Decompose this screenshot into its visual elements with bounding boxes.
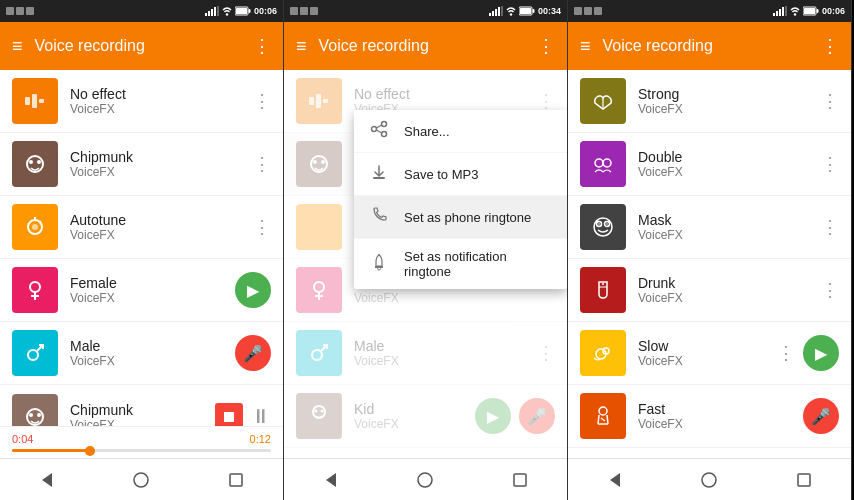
svg-point-29 bbox=[37, 413, 41, 417]
item-title: Female bbox=[70, 275, 235, 291]
list-item[interactable]: Male VoiceFX 🎤 bbox=[0, 322, 283, 385]
svg-point-70 bbox=[418, 473, 432, 487]
list-item[interactable]: Chipmunk VoiceFX ⋮ bbox=[0, 133, 283, 196]
list-item[interactable]: Double VoiceFX ⋮ bbox=[568, 133, 851, 196]
item-more-btn[interactable]: ⋮ bbox=[821, 279, 839, 301]
item-icon-fast bbox=[580, 393, 626, 439]
home-button-1[interactable] bbox=[127, 466, 155, 494]
item-more-btn[interactable]: ⋮ bbox=[537, 342, 555, 364]
item-text-fast: Fast VoiceFX bbox=[638, 401, 803, 431]
svg-rect-4 bbox=[208, 11, 210, 16]
item-text: Male VoiceFX bbox=[354, 338, 537, 368]
item-icon-chipmunk-s2 bbox=[296, 141, 342, 187]
item-more-btn[interactable]: ⋮ bbox=[821, 90, 839, 112]
item-actions: ⋮ bbox=[253, 153, 271, 175]
hamburger-menu-1[interactable]: ≡ bbox=[12, 36, 23, 57]
context-menu-share[interactable]: Share... bbox=[354, 110, 567, 153]
svg-rect-7 bbox=[217, 6, 219, 16]
item-actions: ⋮ bbox=[537, 90, 555, 112]
svg-rect-82 bbox=[816, 9, 818, 13]
mic-button[interactable]: 🎤 bbox=[235, 335, 271, 371]
recents-button-3[interactable] bbox=[790, 466, 818, 494]
mask-icon bbox=[589, 213, 617, 241]
item-actions: ⋮ ▶ bbox=[777, 335, 839, 371]
context-menu-notification[interactable]: Set as notification ringtone bbox=[354, 239, 567, 289]
stop-button[interactable] bbox=[215, 403, 243, 427]
list-item[interactable]: No effect VoiceFX ⋮ bbox=[0, 70, 283, 133]
item-title: No effect bbox=[70, 86, 253, 102]
home-button-2[interactable] bbox=[411, 466, 439, 494]
context-menu-ringtone[interactable]: Set as phone ringtone bbox=[354, 196, 567, 239]
play-button-kid[interactable]: ▶ bbox=[475, 398, 511, 434]
list-item-recording[interactable]: Chipmunk VoiceFX ⏸ bbox=[0, 385, 283, 426]
more-menu-1[interactable]: ⋮ bbox=[253, 35, 271, 57]
list-item-kid[interactable]: Kid VoiceFX ▶ 🎤 bbox=[284, 385, 567, 448]
list-item[interactable]: Strong VoiceFX ⋮ bbox=[568, 70, 851, 133]
item-title: Double bbox=[638, 149, 821, 165]
svg-point-91 bbox=[602, 283, 604, 285]
list-item[interactable]: Male VoiceFX ⋮ bbox=[284, 322, 567, 385]
play-button-slow[interactable]: ▶ bbox=[803, 335, 839, 371]
svg-rect-35 bbox=[300, 7, 308, 15]
svg-rect-36 bbox=[310, 7, 318, 15]
more-menu-2[interactable]: ⋮ bbox=[537, 35, 555, 57]
back-button-2[interactable] bbox=[317, 466, 345, 494]
more-menu-3[interactable]: ⋮ bbox=[821, 35, 839, 57]
list-item[interactable]: Female VoiceFX ▶ bbox=[0, 259, 283, 322]
svg-point-51 bbox=[321, 160, 325, 164]
item-subtitle: VoiceFX bbox=[70, 354, 235, 368]
context-menu-save-label: Save to MP3 bbox=[404, 167, 478, 182]
recents-button-1[interactable] bbox=[222, 466, 250, 494]
svg-point-19 bbox=[32, 224, 38, 230]
item-icon-autotune bbox=[12, 204, 58, 250]
list-item[interactable]: Fast VoiceFX 🎤 bbox=[568, 385, 851, 448]
list-item[interactable]: Autotune VoiceFX ⋮ bbox=[0, 196, 283, 259]
svg-rect-40 bbox=[498, 7, 500, 16]
item-text-noeffect: No effect VoiceFX bbox=[70, 86, 253, 116]
share-icon bbox=[370, 120, 388, 142]
svg-rect-1 bbox=[16, 7, 24, 15]
list-item[interactable]: Slow VoiceFX ⋮ ▶ bbox=[568, 322, 851, 385]
battery-icon-3 bbox=[803, 6, 819, 16]
play-button[interactable]: ▶ bbox=[235, 272, 271, 308]
pause-button[interactable]: ⏸ bbox=[251, 405, 271, 426]
autotune-icon bbox=[21, 213, 49, 241]
home-button-3[interactable] bbox=[695, 466, 723, 494]
context-menu-notification-label: Set as notification ringtone bbox=[404, 249, 551, 279]
list-item[interactable]: Mask VoiceFX ⋮ bbox=[568, 196, 851, 259]
status-bar-1: 00:06 bbox=[0, 0, 283, 22]
svg-rect-75 bbox=[773, 13, 775, 16]
item-more-btn[interactable]: ⋮ bbox=[253, 153, 271, 175]
svg-rect-2 bbox=[26, 7, 34, 15]
item-actions: ⋮ bbox=[253, 90, 271, 112]
item-more-btn[interactable]: ⋮ bbox=[821, 216, 839, 238]
item-more-btn[interactable]: ⋮ bbox=[537, 90, 555, 112]
svg-rect-65 bbox=[373, 177, 385, 179]
recents-button-2[interactable] bbox=[506, 466, 534, 494]
svg-point-96 bbox=[702, 473, 716, 487]
svg-point-17 bbox=[37, 160, 41, 164]
fast-icon bbox=[589, 402, 617, 430]
kid-icon bbox=[305, 402, 333, 430]
item-more-btn[interactable]: ⋮ bbox=[777, 342, 795, 364]
context-menu[interactable]: Share... Save to MP3 bbox=[354, 110, 567, 289]
context-menu-save[interactable]: Save to MP3 bbox=[354, 153, 567, 196]
hamburger-menu-2[interactable]: ≡ bbox=[296, 36, 307, 57]
svg-rect-33 bbox=[230, 474, 242, 486]
back-button-3[interactable] bbox=[601, 466, 629, 494]
svg-point-42 bbox=[510, 13, 512, 15]
item-more-btn[interactable]: ⋮ bbox=[253, 216, 271, 238]
item-text-kid: Kid VoiceFX bbox=[354, 401, 475, 431]
item-text-female: Female VoiceFX bbox=[70, 275, 235, 305]
back-button-1[interactable] bbox=[33, 466, 61, 494]
svg-point-85 bbox=[603, 159, 611, 167]
svg-rect-0 bbox=[6, 7, 14, 15]
status-icons-left-2 bbox=[290, 6, 322, 16]
item-more-btn[interactable]: ⋮ bbox=[821, 153, 839, 175]
item-more-btn[interactable]: ⋮ bbox=[253, 90, 271, 112]
item-actions: ⋮ bbox=[821, 279, 839, 301]
mic-button-fast[interactable]: 🎤 bbox=[803, 398, 839, 434]
hamburger-menu-3[interactable]: ≡ bbox=[580, 36, 591, 57]
mic-button-kid[interactable]: 🎤 bbox=[519, 398, 555, 434]
list-item[interactable]: Drunk VoiceFX ⋮ bbox=[568, 259, 851, 322]
